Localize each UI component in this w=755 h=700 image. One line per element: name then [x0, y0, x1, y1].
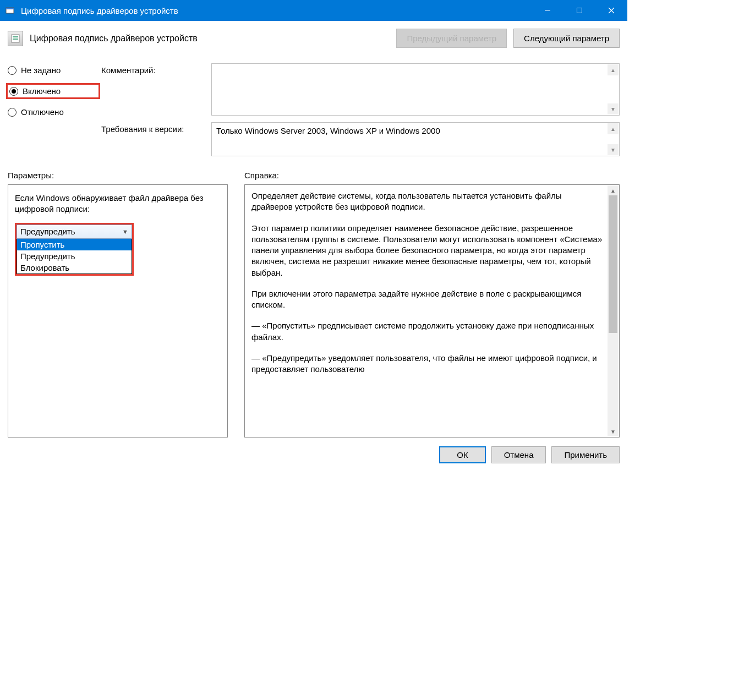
combobox-option[interactable]: Пропустить — [17, 239, 132, 250]
ok-button[interactable]: ОК — [439, 446, 485, 463]
minimize-button[interactable] — [532, 0, 563, 21]
radio-not-configured[interactable]: Не задано — [8, 65, 96, 75]
parameters-label: Параметры: — [8, 171, 244, 180]
policy-icon — [8, 31, 23, 46]
close-button[interactable] — [595, 0, 627, 21]
help-panel: Определяет действие системы, когда польз… — [244, 184, 620, 438]
svg-rect-8 — [13, 39, 18, 40]
help-label: Справка: — [244, 171, 279, 180]
radio-enabled[interactable]: Включено — [6, 83, 100, 99]
help-paragraph: При включении этого параметра задайте ну… — [251, 288, 604, 311]
cancel-button[interactable]: Отмена — [491, 446, 546, 463]
previous-setting-button: Предыдущий параметр — [396, 29, 507, 48]
scroll-down-icon[interactable]: ▼ — [608, 144, 619, 155]
chevron-down-icon: ▼ — [122, 228, 128, 235]
policy-title: Цифровая подпись драйверов устройств — [30, 34, 390, 43]
combobox-value: Предупредить — [20, 227, 75, 236]
svg-rect-7 — [13, 36, 18, 37]
scroll-up-icon[interactable]: ▲ — [608, 64, 619, 75]
action-combobox[interactable]: Предупредить ▼ — [17, 225, 132, 239]
radio-icon — [8, 108, 17, 117]
scroll-up-icon[interactable]: ▲ — [608, 185, 619, 195]
help-paragraph: Определяет действие системы, когда польз… — [251, 190, 604, 213]
requirements-box: Только Windows Server 2003, Windows XP и… — [211, 122, 620, 156]
scrollbar-thumb[interactable] — [609, 195, 617, 333]
help-paragraph: Этот параметр политики определяет наимен… — [251, 223, 604, 278]
svg-rect-3 — [577, 8, 582, 13]
radio-label: Отключено — [21, 107, 64, 117]
radio-label: Включено — [23, 86, 61, 96]
comment-label: Комментарий: — [101, 63, 206, 75]
window-title: Цифровая подпись драйверов устройств — [21, 6, 532, 15]
radio-label: Не задано — [21, 65, 61, 75]
scroll-up-icon[interactable]: ▲ — [608, 123, 619, 134]
combobox-option[interactable]: Предупредить — [17, 250, 132, 262]
comment-textarea[interactable]: ▲ ▼ — [211, 63, 620, 116]
apply-button[interactable]: Применить — [551, 446, 620, 463]
parameter-prompt: Если Windows обнаруживает файл драйвера … — [15, 193, 221, 215]
help-paragraph: — «Пропустить» предписывает системе прод… — [251, 320, 604, 343]
maximize-button[interactable] — [563, 0, 595, 21]
radio-icon — [9, 87, 18, 96]
help-paragraph: — «Предупредить» уведомляет пользователя… — [251, 353, 604, 375]
app-icon — [4, 5, 15, 16]
radio-disabled[interactable]: Отключено — [8, 107, 96, 117]
combobox-option[interactable]: Блокировать — [17, 262, 132, 274]
parameters-panel: Если Windows обнаруживает файл драйвера … — [8, 184, 228, 438]
titlebar[interactable]: Цифровая подпись драйверов устройств — [0, 0, 627, 21]
requirements-text: Только Windows Server 2003, Windows XP и… — [216, 126, 440, 135]
svg-rect-1 — [6, 8, 14, 9]
radio-icon — [8, 66, 17, 75]
requirements-label: Требования к версии: — [101, 122, 206, 134]
next-setting-button[interactable]: Следующий параметр — [513, 29, 620, 48]
scroll-down-icon[interactable]: ▼ — [608, 103, 619, 114]
scrollbar[interactable]: ▲ ▼ — [608, 185, 619, 436]
combobox-dropdown: Пропустить Предупредить Блокировать — [17, 239, 132, 274]
dialog-footer: ОК Отмена Применить — [0, 438, 627, 472]
scroll-down-icon[interactable]: ▼ — [608, 426, 619, 436]
